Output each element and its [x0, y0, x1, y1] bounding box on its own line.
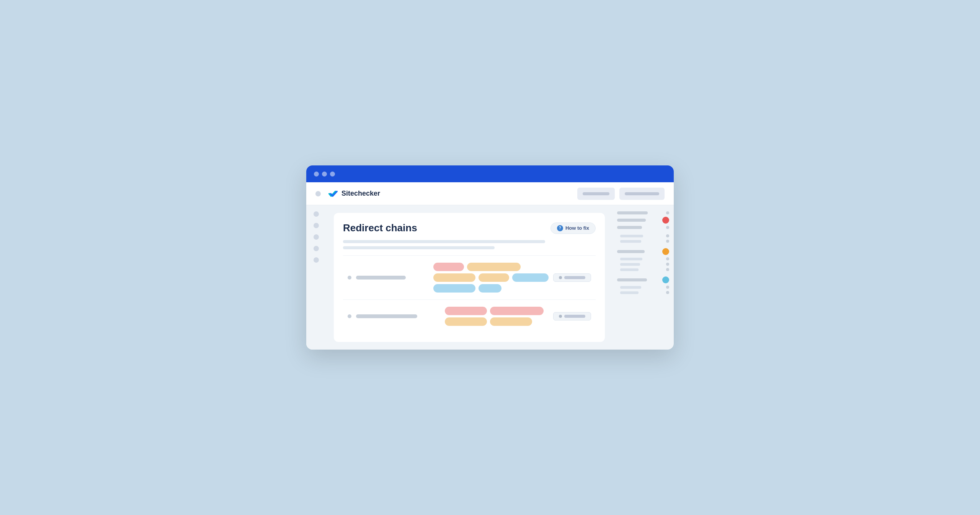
row-indicator-dot — [348, 314, 351, 318]
table-area — [343, 255, 596, 333]
row-label-bar — [356, 276, 406, 280]
rp-dot — [666, 268, 669, 271]
rp-sub-bar — [620, 291, 639, 294]
right-panel — [612, 205, 674, 350]
card-header: Redirect chains ? How to fix — [343, 222, 596, 234]
rp-sub-bar — [620, 240, 641, 243]
table-row — [343, 255, 596, 299]
tags-row-4 — [445, 307, 544, 315]
desc-bar-2 — [343, 246, 495, 249]
rp-sub-row — [617, 286, 669, 289]
rp-section-2 — [617, 248, 669, 271]
rp-sub-row — [617, 268, 669, 271]
rp-sub-bar — [620, 258, 642, 260]
header-bar: Sitechecker — [306, 182, 674, 205]
tag-blue-xl — [512, 273, 549, 282]
rp-bar — [617, 226, 642, 229]
main-body: Redirect chains ? How to fix — [306, 205, 674, 350]
sidebar-dot-1 — [314, 211, 319, 217]
question-icon: ? — [557, 225, 563, 231]
rp-dot — [666, 226, 669, 229]
rp-row-1 — [617, 211, 669, 214]
rp-dot — [666, 257, 669, 260]
tag-pink-md — [445, 307, 487, 315]
tags-row-2 — [433, 273, 549, 282]
tags-row-3 — [433, 284, 501, 293]
content-area: Redirect chains ? How to fix — [326, 205, 612, 350]
row-label-bar — [356, 314, 417, 318]
row-action-btn-1[interactable] — [553, 273, 591, 282]
rp-dot — [666, 234, 669, 237]
rp-sub-row — [617, 291, 669, 294]
table-row — [343, 299, 596, 333]
tag-orange-md-3 — [490, 317, 532, 326]
rp-badge-orange — [662, 248, 669, 255]
card-title: Redirect chains — [343, 222, 417, 234]
rp-bar — [617, 211, 648, 214]
sidebar-dot-4 — [314, 246, 319, 251]
header-buttons — [577, 188, 665, 200]
rp-bar — [617, 219, 646, 222]
rp-sub-row — [620, 240, 669, 243]
rp-badge-blue — [662, 276, 669, 283]
header-btn-1[interactable] — [577, 188, 615, 200]
rp-row-3 — [617, 226, 669, 229]
rp-bar — [617, 278, 647, 281]
rp-row-2 — [617, 217, 669, 224]
traffic-dot-3 — [330, 172, 335, 177]
row-tags-2 — [445, 307, 549, 326]
rp-sub-row — [617, 263, 669, 266]
action-bar — [564, 315, 585, 318]
sidebar — [306, 205, 326, 350]
tag-orange-md — [433, 273, 475, 282]
header-btn-2[interactable] — [619, 188, 665, 200]
header-circle — [315, 191, 321, 196]
header-btn-bar-2 — [625, 192, 659, 195]
how-to-fix-label: How to fix — [565, 225, 589, 231]
row-action-btn-2[interactable] — [553, 312, 591, 320]
rp-sub-bar — [620, 235, 643, 237]
rp-sub-bar — [620, 263, 640, 266]
tags-row-1 — [433, 263, 521, 271]
traffic-dot-1 — [314, 172, 319, 177]
main-card: Redirect chains ? How to fix — [334, 213, 605, 342]
action-dot — [559, 276, 562, 279]
rp-row-4 — [617, 248, 669, 255]
rp-dot — [666, 263, 669, 266]
sidebar-dot-5 — [314, 257, 319, 263]
rp-dot — [666, 240, 669, 243]
tag-blue-xs — [479, 284, 501, 293]
how-to-fix-button[interactable]: ? How to fix — [550, 222, 596, 234]
rp-badge-red — [662, 217, 669, 224]
header-btn-bar-1 — [583, 192, 609, 195]
tag-orange-lg — [467, 263, 521, 271]
rp-sub-bar — [620, 268, 639, 271]
sidebar-dot-3 — [314, 234, 319, 240]
browser-window: Sitechecker — [306, 165, 674, 350]
rp-section-3 — [617, 276, 669, 294]
main-wrapper: Sitechecker — [306, 182, 674, 350]
rp-dot — [666, 211, 669, 214]
rp-sub-section-1 — [617, 234, 669, 243]
tag-blue-md — [433, 284, 475, 293]
traffic-dot-2 — [322, 172, 327, 177]
sidebar-dot-2 — [314, 223, 319, 228]
rp-bar — [617, 250, 645, 253]
rp-sub-row — [620, 234, 669, 237]
rp-row-5 — [617, 276, 669, 283]
rp-sub-bar — [620, 286, 641, 289]
rp-section-1 — [617, 211, 669, 229]
tag-pink-sm — [433, 263, 464, 271]
tags-row-5 — [445, 317, 532, 326]
action-dot — [559, 315, 562, 318]
browser-titlebar — [306, 165, 674, 182]
rp-dot — [666, 291, 669, 294]
tag-orange-sm — [479, 273, 509, 282]
logo-icon — [327, 188, 338, 199]
logo-area: Sitechecker — [327, 188, 380, 199]
tag-pink-lg — [490, 307, 544, 315]
row-indicator-dot — [348, 276, 351, 280]
rp-dot — [666, 286, 669, 289]
rp-sub-row — [617, 257, 669, 260]
desc-bar-1 — [343, 240, 545, 243]
